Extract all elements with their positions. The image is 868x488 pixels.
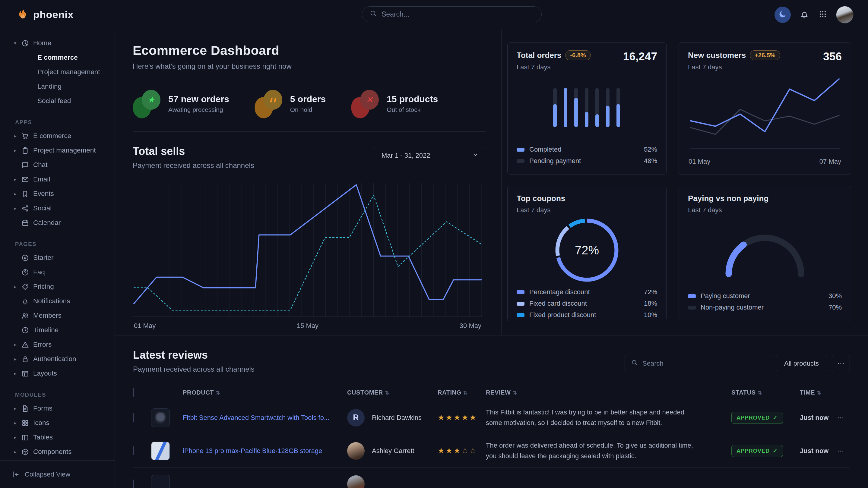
caret-icon: ▸	[14, 133, 21, 139]
new-customers-badge: +26.5%	[750, 50, 780, 60]
legend-value: 52%	[644, 145, 657, 154]
sidebar-item-authentication[interactable]: ▸ Authentication	[0, 352, 115, 366]
reviews-search-input[interactable]	[642, 360, 757, 367]
sidebar-item-notifications[interactable]: Notifications	[0, 294, 115, 308]
row-more-button[interactable]: ⋯	[837, 447, 850, 455]
reviews-search	[625, 355, 771, 372]
product-link[interactable]: iPhone 13 pro max-Pacific Blue-128GB sto…	[183, 446, 347, 455]
legend-value: 30%	[829, 292, 842, 300]
sidebar-subitem-social-feed[interactable]: Social feed	[0, 94, 115, 108]
stat-2: ✕ 15 products Out of stock	[351, 89, 438, 118]
sidebar-item-layouts[interactable]: ▸ Layouts	[0, 366, 115, 381]
caret-icon: ▸	[14, 148, 21, 154]
apps-menu-button[interactable]	[818, 9, 828, 20]
lock-icon	[21, 355, 29, 363]
page-subtitle: Here's what's going on at your business …	[133, 62, 486, 70]
review-time: Just now	[789, 447, 837, 455]
sidebar-item-calendar[interactable]: Calendar	[0, 216, 115, 230]
legend-value: 10%	[644, 311, 657, 319]
column-header-status[interactable]: STATUS⇅	[718, 389, 789, 396]
total-sells-title: Total sells	[133, 145, 254, 158]
column-header-product[interactable]: PRODUCT⇅	[183, 389, 347, 396]
notifications-button[interactable]	[799, 9, 809, 20]
sidebar-item-label: Home	[33, 39, 51, 47]
legend-swatch	[517, 313, 525, 317]
sidebar-item-icons[interactable]: ▸ Icons	[0, 416, 115, 430]
sidebar-item-starter[interactable]: Starter	[0, 251, 115, 265]
paying-vs-nonpaying-card: Paying vs non paying Last 7 days Paying …	[679, 186, 851, 321]
global-search-input[interactable]	[381, 10, 526, 19]
sidebar-item-project-management[interactable]: ▸ Project management	[0, 143, 115, 158]
legend-row: Pending payment 48%	[517, 155, 657, 167]
row-more-button[interactable]: ⋯	[837, 414, 850, 422]
sidebar-item-forms[interactable]: ▸ Forms	[0, 401, 115, 416]
reviews-more-button[interactable]: ⋯	[832, 355, 850, 372]
mail-icon	[21, 175, 29, 184]
row-checkbox[interactable]	[133, 413, 134, 422]
sidebar-item-chat[interactable]: Chat	[0, 158, 115, 172]
sidebar-item-pricing[interactable]: ▸ Pricing	[0, 280, 115, 294]
dashboard-left-column: Ecommerce Dashboard Here's what's going …	[115, 29, 501, 335]
top-navbar: phoenix	[0, 0, 868, 29]
stat-value: 15 products	[386, 94, 438, 104]
legend-swatch	[688, 294, 696, 298]
theme-toggle-button[interactable]	[775, 7, 791, 23]
product-thumbnail[interactable]	[151, 409, 170, 427]
sidebar-section-modules: MODULES	[0, 389, 115, 401]
sidebar-subitem-project-management[interactable]: Project management	[0, 65, 115, 79]
page-title: Ecommerce Dashboard	[133, 43, 486, 58]
legend-value: 18%	[644, 300, 657, 307]
star-icon: ★	[133, 89, 162, 118]
product-thumbnail[interactable]	[151, 442, 170, 460]
all-products-button[interactable]: All products	[776, 355, 827, 372]
sidebar-item-tables[interactable]: ▸ Tables	[0, 430, 115, 445]
caret-icon: ▸	[14, 284, 21, 290]
sidebar-item-label: Calendar	[33, 219, 61, 227]
sidebar-item-label: Members	[33, 312, 62, 320]
date-range-value: Mar 1 - 31, 2022	[381, 152, 430, 159]
sidebar-item-home[interactable]: ▾ Home	[0, 36, 115, 50]
sidebar-item-social[interactable]: ▸ Social	[0, 201, 115, 216]
column-header-customer[interactable]: CUSTOMER⇅	[347, 389, 438, 396]
sidebar-item-email[interactable]: ▸ Email	[0, 172, 115, 187]
legend-row: Fixed product discount 10%	[517, 309, 657, 321]
sidebar-item-events[interactable]: ▸ Events	[0, 187, 115, 201]
sidebar-subitem-landing[interactable]: Landing	[0, 79, 115, 94]
sidebar-item-members[interactable]: Members	[0, 308, 115, 323]
product-link[interactable]: Fitbit Sense Advanced Smartwatch with To…	[183, 413, 347, 422]
sidebar-item-faq[interactable]: Faq	[0, 265, 115, 280]
cross-icon: ✕	[351, 89, 380, 118]
sidebar-item-components[interactable]: ▸ Components	[0, 445, 115, 459]
sidebar-subitem-e-commerce[interactable]: E commerce	[0, 50, 115, 65]
sidebar-item-timeline[interactable]: Timeline	[0, 323, 115, 337]
phoenix-logo-icon	[16, 7, 29, 22]
stat-1: ❚❚ 5 orders On hold	[254, 89, 326, 118]
select-all-checkbox[interactable]	[133, 388, 134, 397]
row-checkbox[interactable]	[133, 446, 134, 455]
column-header-rating[interactable]: RATING⇅	[438, 389, 486, 396]
legend-value: 70%	[829, 303, 842, 312]
column-header-time[interactable]: TIME⇅	[789, 389, 837, 396]
row-checkbox[interactable]	[133, 480, 134, 488]
review-text: The order was delivered ahead of schedul…	[486, 441, 718, 461]
navbar-actions	[775, 0, 854, 29]
warning-icon	[21, 340, 29, 349]
reviews-table-header: PRODUCT⇅CUSTOMER⇅RATING⇅REVIEW⇅STATUS⇅TI…	[133, 384, 850, 401]
date-range-select[interactable]: Mar 1 - 31, 2022	[374, 147, 486, 164]
caret-icon: ▸	[14, 176, 21, 183]
collapse-sidebar-button[interactable]: Collapsed View	[0, 460, 115, 488]
legend-value: 48%	[644, 157, 657, 165]
user-avatar[interactable]	[836, 6, 854, 24]
column-header-review[interactable]: REVIEW⇅	[486, 389, 718, 396]
sidebar-item-errors[interactable]: ▸ Errors	[0, 337, 115, 352]
paying-legend: Paying customer 30% Non-paying customer …	[688, 290, 842, 313]
clipboard-icon	[21, 147, 29, 155]
search-icon	[369, 10, 377, 19]
brand[interactable]: phoenix	[0, 7, 115, 22]
rating-stars: ★★★☆☆	[438, 446, 486, 455]
sidebar-item-label: Notifications	[33, 297, 70, 305]
sidebar-section-pages: PAGES	[0, 238, 115, 251]
stat-label: Awating processing	[168, 106, 229, 113]
pie-chart-icon	[21, 39, 29, 47]
sidebar-item-e-commerce[interactable]: ▸ E commerce	[0, 129, 115, 143]
